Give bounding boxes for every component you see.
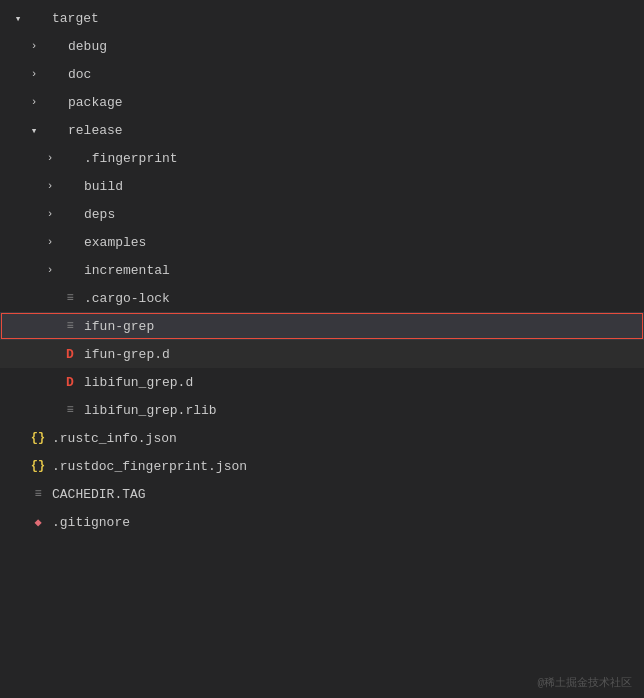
folder-icon xyxy=(60,148,80,168)
folder-icon xyxy=(44,64,64,84)
folder-icon xyxy=(60,176,80,196)
item-label: debug xyxy=(68,39,107,54)
file-lines-icon: ≡ xyxy=(28,484,48,504)
item-label: .gitignore xyxy=(52,515,130,530)
tree-item-release[interactable]: ▾release xyxy=(0,116,644,144)
tree-item-fingerprint[interactable]: ›.fingerprint xyxy=(0,144,644,172)
item-label: target xyxy=(52,11,99,26)
tree-item-rustc-info[interactable]: {}.rustc_info.json xyxy=(0,424,644,452)
braces-icon: {} xyxy=(28,428,48,448)
tree-item-incremental[interactable]: ›incremental xyxy=(0,256,644,284)
tree-item-ifun-grep-d[interactable]: Difun-grep.d xyxy=(0,340,644,368)
tree-item-cargo-lock[interactable]: ≡.cargo-lock xyxy=(0,284,644,312)
folder-icon xyxy=(60,260,80,280)
tree-item-examples[interactable]: ›examples xyxy=(0,228,644,256)
folder-icon xyxy=(44,120,64,140)
braces-icon: {} xyxy=(28,456,48,476)
item-label: doc xyxy=(68,67,91,82)
tree-item-package[interactable]: ›package xyxy=(0,88,644,116)
folder-icon xyxy=(60,204,80,224)
item-label: .rustdoc_fingerprint.json xyxy=(52,459,247,474)
item-label: .rustc_info.json xyxy=(52,431,177,446)
tree-item-target[interactable]: ▾target xyxy=(0,4,644,32)
folder-icon xyxy=(28,8,48,28)
item-label: .cargo-lock xyxy=(84,291,170,306)
item-label: CACHEDIR.TAG xyxy=(52,487,146,502)
tree-item-debug[interactable]: ›debug xyxy=(0,32,644,60)
item-label: release xyxy=(68,123,123,138)
folder-icon xyxy=(44,36,64,56)
chevron-right-icon[interactable]: › xyxy=(24,36,44,56)
folder-icon xyxy=(60,232,80,252)
chevron-down-icon[interactable]: ▾ xyxy=(24,120,44,140)
file-lines-icon: ≡ xyxy=(60,288,80,308)
item-label: deps xyxy=(84,207,115,222)
item-label: incremental xyxy=(84,263,170,278)
tree-item-libifun-grep-rlib[interactable]: ≡libifun_grep.rlib xyxy=(0,396,644,424)
file-lines-icon: ≡ xyxy=(60,400,80,420)
tree-item-rustdoc-fingerprint[interactable]: {}.rustdoc_fingerprint.json xyxy=(0,452,644,480)
item-label: ifun-grep.d xyxy=(84,347,170,362)
tree-item-libifun-grep-d[interactable]: Dlibifun_grep.d xyxy=(0,368,644,396)
tree-item-doc[interactable]: ›doc xyxy=(0,60,644,88)
item-label: .fingerprint xyxy=(84,151,178,166)
file-tree[interactable]: ▾target›debug›doc›package▾release›.finge… xyxy=(0,0,644,698)
tree-item-cachedir-tag[interactable]: ≡CACHEDIR.TAG xyxy=(0,480,644,508)
folder-icon xyxy=(44,92,64,112)
item-label: build xyxy=(84,179,123,194)
chevron-right-icon[interactable]: › xyxy=(40,204,60,224)
file-lines-icon: ≡ xyxy=(60,316,80,336)
chevron-right-icon[interactable]: › xyxy=(40,148,60,168)
item-label: examples xyxy=(84,235,146,250)
chevron-down-icon[interactable]: ▾ xyxy=(8,8,28,28)
chevron-right-icon[interactable]: › xyxy=(40,260,60,280)
item-label: package xyxy=(68,95,123,110)
diamond-icon: ◆ xyxy=(28,512,48,532)
d-badge-icon: D xyxy=(60,372,80,392)
tree-item-ifun-grep[interactable]: ≡ifun-grep xyxy=(0,312,644,340)
chevron-right-icon[interactable]: › xyxy=(40,176,60,196)
tree-item-build[interactable]: ›build xyxy=(0,172,644,200)
d-badge-icon: D xyxy=(60,344,80,364)
chevron-right-icon[interactable]: › xyxy=(24,92,44,112)
item-label: ifun-grep xyxy=(84,319,154,334)
watermark: @稀土掘金技术社区 xyxy=(537,675,632,690)
tree-item-deps[interactable]: ›deps xyxy=(0,200,644,228)
chevron-right-icon[interactable]: › xyxy=(24,64,44,84)
item-label: libifun_grep.d xyxy=(84,375,193,390)
tree-item-gitignore[interactable]: ◆.gitignore xyxy=(0,508,644,536)
chevron-right-icon[interactable]: › xyxy=(40,232,60,252)
item-label: libifun_grep.rlib xyxy=(84,403,217,418)
